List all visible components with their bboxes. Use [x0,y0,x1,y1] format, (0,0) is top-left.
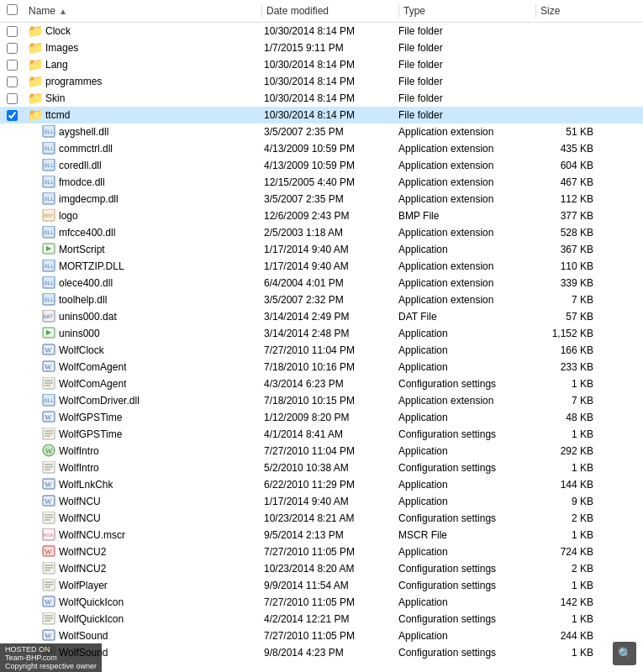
row-size-cell: 1 KB [530,462,597,474]
file-row[interactable]: 📁 Images 1/7/2015 9:11 PM File folder [0,39,643,56]
file-name-text: WolfGPSTime [59,412,122,423]
file-type-icon: W [42,545,55,559]
file-row[interactable]: WolfGPSTime 4/1/2014 8:41 AM Configurati… [0,426,643,443]
row-date-cell: 1/7/2015 9:11 PM [261,42,395,54]
row-name-cell: WolfNCU [25,512,261,525]
svg-text:W: W [45,447,53,455]
row-checkbox[interactable] [7,76,18,87]
file-name-text: WolfNCU2 [59,546,106,558]
file-name-text: Lang [45,59,68,71]
row-checkbox[interactable] [7,43,18,54]
file-name-text: WolfNCU.mscr [59,529,125,541]
column-header-size[interactable]: Size [537,3,604,18]
row-checkbox[interactable] [7,60,18,71]
file-row[interactable]: WolfNCU2 10/23/2014 8:20 AM Configuratio… [0,560,643,577]
file-row[interactable]: W WolfNCU2 7/27/2010 11:05 PM Applicatio… [0,543,643,560]
file-row[interactable]: 📁 Clock 10/30/2014 8:14 PM File folder [0,23,643,39]
row-date-cell: 3/5/2007 2:35 PM [261,193,395,205]
svg-text:W: W [45,480,52,489]
file-row[interactable]: MSCR WolfNCU.mscr 9/5/2014 2:13 PM MSCR … [0,527,643,543]
file-row[interactable]: DLL toolhelp.dll 3/5/2007 2:32 PM Applic… [0,291,643,308]
file-row[interactable]: DLL fmodce.dll 12/15/2005 4:40 PM Applic… [0,174,643,191]
file-row[interactable]: WolfPlayer 9/9/2014 11:54 AM Configurati… [0,577,643,594]
file-row[interactable]: WolfQuickIcon 4/2/2014 12:21 PM Configur… [0,611,643,627]
file-row[interactable]: W WolfNCU 1/17/2014 9:40 AM Application … [0,493,643,510]
header-checkbox-col [0,4,25,18]
file-name-text: WolfNCU2 [59,563,106,575]
file-row[interactable]: DLL WolfComDriver.dll 7/18/2010 10:15 PM… [0,392,643,409]
watermark-line1: HOSTED ON [5,645,97,654]
magnify-button[interactable]: 🔍 [613,642,636,665]
file-name-text: WolfComAgent [59,378,126,390]
file-row[interactable]: W WolfComAgent 7/18/2010 10:16 PM Applic… [0,359,643,375]
file-row[interactable]: WolfNCU 10/23/2014 8:21 AM Configuration… [0,510,643,527]
row-name-cell: DLL coredll.dll [25,159,261,172]
row-name-cell: WolfNCU2 [25,562,261,575]
file-row[interactable]: DLL coredll.dll 4/13/2009 10:59 PM Appli… [0,157,643,174]
svg-text:DLL: DLL [45,263,54,269]
file-row[interactable]: DLL aygshell.dll 3/5/2007 2:35 PM Applic… [0,123,643,140]
file-row[interactable]: MortScript 1/17/2014 9:40 AM Application… [0,241,643,258]
file-name-text: WolfIntro [59,462,99,474]
file-row[interactable]: DLL olece400.dll 6/4/2004 4:01 PM Applic… [0,275,643,291]
file-row[interactable]: 📁 programmes 10/30/2014 8:14 PM File fol… [0,73,643,90]
file-type-icon [42,428,55,441]
file-type-icon [42,327,55,340]
row-name-cell: 📁 Lang [25,58,261,71]
row-checkbox[interactable] [7,26,18,37]
column-header-type[interactable]: Type [400,3,535,18]
svg-text:DLL: DLL [45,145,54,151]
col-divider-3 [535,4,536,18]
file-row[interactable]: W WolfIntro 7/27/2010 11:04 PM Applicati… [0,443,643,459]
file-row[interactable]: 📁 Lang 10/30/2014 8:14 PM File folder [0,56,643,73]
file-row[interactable]: W WolfSound 7/27/2010 11:05 PM Applicati… [0,627,643,644]
row-name-cell: W WolfIntro [25,444,261,458]
file-row[interactable]: BMP logo 12/6/2009 2:43 PM BMP File 377 … [0,207,643,224]
row-type-cell: Application [395,479,530,491]
file-row[interactable]: WolfIntro 5/2/2010 10:38 AM Configuratio… [0,459,643,476]
row-type-cell: Application extension [395,227,530,239]
file-row[interactable]: DAT unins000.dat 3/14/2014 2:49 PM DAT F… [0,308,643,325]
file-type-icon: DLL [42,125,55,139]
row-name-cell: WolfIntro [25,461,261,475]
row-name-cell: MortScript [25,243,261,256]
row-name-cell: DAT unins000.dat [25,310,261,323]
select-all-checkbox[interactable] [7,4,18,15]
svg-text:W: W [45,497,52,506]
row-checkbox[interactable] [7,110,18,121]
file-row[interactable]: WolfComAgent 4/3/2014 6:23 PM Configurat… [0,375,643,392]
row-size-cell: 7 KB [530,395,597,407]
col-divider-1 [261,4,262,18]
row-type-cell: Application [395,244,530,255]
row-size-cell: 51 KB [530,126,597,138]
file-name-text: ttcmd [45,109,70,121]
row-date-cell: 1/17/2014 9:40 AM [261,244,395,255]
file-name-text: WolfComDriver.dll [59,395,140,407]
file-row[interactable]: W WolfLnkChk 6/22/2010 11:29 PM Applicat… [0,476,643,493]
row-date-cell: 7/18/2010 10:15 PM [261,395,395,407]
column-header-name[interactable]: Name ▲ [25,3,261,18]
row-date-cell: 4/3/2014 6:23 PM [261,378,395,390]
file-name-text: olece400.dll [59,277,113,289]
column-header-date[interactable]: Date modified [263,3,398,18]
row-size-cell: 367 KB [530,244,597,255]
row-name-cell: DLL toolhelp.dll [25,293,261,307]
file-row[interactable]: W WolfGPSTime 1/12/2009 8:20 PM Applicat… [0,409,643,426]
file-row[interactable]: DLL MORTZIP.DLL 1/17/2014 9:40 AM Applic… [0,258,643,275]
file-row[interactable]: DLL mfcce400.dll 2/5/2003 1:18 AM Applic… [0,224,643,241]
row-checkbox[interactable] [7,93,18,104]
file-row[interactable]: unins000 3/14/2014 2:48 PM Application 1… [0,325,643,342]
row-date-cell: 10/30/2014 8:14 PM [261,25,395,37]
file-row[interactable]: DLL imgdecmp.dll 3/5/2007 2:35 PM Applic… [0,191,643,207]
row-size-cell: 292 KB [530,445,597,457]
row-name-cell: W WolfLnkChk [25,478,261,491]
file-row[interactable]: W WolfClock 7/27/2010 11:04 PM Applicati… [0,342,643,359]
file-row[interactable]: W WolfQuickIcon 7/27/2010 11:05 PM Appli… [0,594,643,611]
row-size-cell: 435 KB [530,143,597,155]
row-size-cell: 1 KB [530,647,597,659]
file-row[interactable]: DLL commctrl.dll 4/13/2009 10:59 PM Appl… [0,140,643,157]
svg-text:BMP: BMP [44,213,53,218]
file-row[interactable]: 📁 Skin 10/30/2014 8:14 PM File folder [0,90,643,107]
file-row[interactable]: 📁 ttcmd 10/30/2014 8:14 PM File folder [0,107,643,123]
file-name-text: WolfIntro [59,445,99,457]
